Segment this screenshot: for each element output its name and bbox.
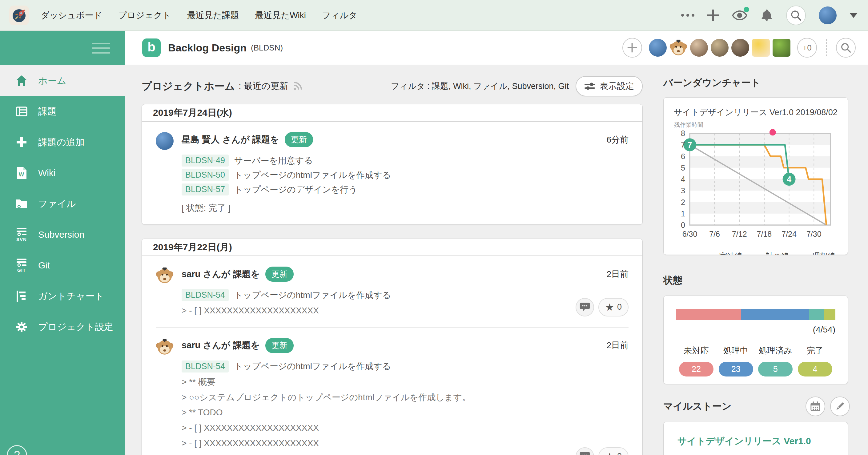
status-count-pill[interactable]: 23 xyxy=(719,362,753,376)
member-avatar[interactable] xyxy=(711,39,728,57)
milestone-edit-button[interactable] xyxy=(830,396,850,416)
backlog-rocket-logo[interactable] xyxy=(9,5,29,25)
sidebar-item-home[interactable]: ホーム xyxy=(0,65,125,96)
status-legend-item: 完了4 xyxy=(798,345,832,376)
issue-key-link[interactable]: BLDSN-50 xyxy=(182,169,229,181)
issue-title: トップページのデザインを行う xyxy=(234,184,358,195)
entry-timestamp: 2日前 xyxy=(607,268,628,280)
legend-label: 実績線 xyxy=(719,251,742,255)
top-bar-actions xyxy=(681,5,868,25)
search-icon xyxy=(840,42,851,53)
quote-line: > ○○システムプロジェクトのトップページのhtmlファイルを作成します。 xyxy=(182,392,628,403)
burndown-chart-card[interactable]: サイトデザインリリース Ver1.0 2019/08/02 残作業時間 746/… xyxy=(663,97,848,255)
plus-icon xyxy=(628,43,637,52)
pen-icon xyxy=(835,401,845,412)
more-menu-icon[interactable] xyxy=(681,14,694,17)
add-member-button[interactable] xyxy=(622,38,642,58)
global-search-button[interactable] xyxy=(786,5,806,25)
avatar[interactable] xyxy=(156,338,174,356)
entry-actions: ★ 0 xyxy=(576,447,628,455)
nav-projects[interactable]: プロジェクト xyxy=(118,9,171,21)
entry-user-action[interactable]: 星島 賢人 さんが 課題を xyxy=(182,133,279,146)
chart-title: サイトデザインリリース Ver1.0 2019/08/02 xyxy=(663,107,848,118)
member-avatar[interactable] xyxy=(773,39,790,57)
status-count-pill[interactable]: 4 xyxy=(798,362,832,376)
svg-text:5: 5 xyxy=(681,163,685,172)
nav-recent-issues[interactable]: 最近見た課題 xyxy=(187,9,239,21)
project-key: (BLDSN) xyxy=(251,43,283,53)
wiki-document-icon: W xyxy=(15,167,28,179)
issue-key-link[interactable]: BLDSN-54 xyxy=(182,361,229,372)
help-button[interactable]: ? xyxy=(7,445,27,455)
sidebar-item-gantt[interactable]: ガントチャート xyxy=(0,281,125,311)
star-button[interactable]: ★ 0 xyxy=(598,447,628,455)
sidebar-item-issues[interactable]: 課題 xyxy=(0,96,125,127)
add-icon xyxy=(15,136,28,148)
hamburger-menu-icon[interactable] xyxy=(92,43,110,54)
sidebar-item-add-issue[interactable]: 課題の追加 xyxy=(0,127,125,158)
page-subtitle: : 最近の更新 xyxy=(239,80,288,92)
svg-text:7: 7 xyxy=(681,141,685,149)
global-add-icon[interactable] xyxy=(707,9,719,21)
svg-text:1: 1 xyxy=(681,209,685,218)
legend-item: 計画線 xyxy=(750,251,789,255)
display-settings-button[interactable]: 表示設定 xyxy=(576,76,643,96)
member-avatar[interactable] xyxy=(752,39,770,57)
sidebar-item-files[interactable]: ファイル xyxy=(0,188,125,219)
member-overflow-button[interactable]: +0 xyxy=(797,38,817,58)
comment-bubble-icon xyxy=(579,302,590,312)
comment-button[interactable] xyxy=(576,447,594,455)
user-menu-caret-icon[interactable] xyxy=(849,13,858,18)
feed-date-header: 2019年7月22日(月) xyxy=(142,239,642,256)
member-avatar[interactable] xyxy=(649,39,667,57)
current-user-avatar[interactable] xyxy=(819,6,837,24)
member-avatar[interactable] xyxy=(731,39,749,57)
milestone-name-link[interactable]: サイトデザインリリース Ver1.0 xyxy=(678,435,834,448)
avatar[interactable] xyxy=(156,267,174,284)
entry-user-action[interactable]: saru さんが 課題を xyxy=(182,339,260,352)
status-legend-item: 未対応22 xyxy=(679,345,713,376)
active-filter-text: フィルタ : 課題, Wiki, ファイル, Subversion, Git xyxy=(391,81,569,92)
svg-text:4: 4 xyxy=(787,175,792,184)
project-title[interactable]: Backlog Design xyxy=(168,42,247,54)
avatar[interactable] xyxy=(156,132,174,150)
entry-user-action[interactable]: saru さんが 課題を xyxy=(182,268,260,280)
svg-text:W: W xyxy=(19,172,24,178)
comment-button[interactable] xyxy=(576,298,594,316)
watch-notification-dot xyxy=(744,7,749,12)
rss-icon[interactable] xyxy=(293,81,303,91)
bell-icon[interactable] xyxy=(760,9,773,22)
bar-segment xyxy=(809,309,824,320)
feed-entry: saru さんが 課題を 更新 2日前 BLDSN-54 トップページのhtml… xyxy=(156,327,628,455)
project-logo[interactable]: b xyxy=(142,38,161,57)
star-icon: ★ xyxy=(605,452,614,455)
issue-key-link[interactable]: BLDSN-54 xyxy=(182,289,229,301)
nav-recent-wiki[interactable]: 最近見たWiki xyxy=(255,9,306,21)
nav-dashboard[interactable]: ダッシュボード xyxy=(41,9,102,21)
entry-timestamp: 6分前 xyxy=(607,134,628,146)
project-header: b Backlog Design (BLDSN) +0 xyxy=(125,31,868,65)
project-search-button[interactable] xyxy=(836,38,856,58)
status-count-pill[interactable]: 22 xyxy=(679,362,713,376)
status-count-pill[interactable]: 5 xyxy=(758,362,793,376)
sidebar-item-label: プロジェクト設定 xyxy=(38,321,113,333)
member-avatar[interactable] xyxy=(670,39,687,57)
svg-text:7: 7 xyxy=(687,141,692,150)
update-badge: 更新 xyxy=(265,338,293,353)
watch-icon[interactable] xyxy=(732,9,747,22)
nav-filter[interactable]: フィルタ xyxy=(322,9,358,21)
svg-text:8: 8 xyxy=(681,129,685,138)
sidebar-item-label: ホーム xyxy=(38,74,66,87)
sidebar-item-subversion[interactable]: SVN Subversion xyxy=(0,219,125,250)
status-change-note: [ 状態: 完了 ] xyxy=(182,202,628,214)
member-avatar[interactable] xyxy=(690,39,708,57)
star-button[interactable]: ★ 0 xyxy=(598,298,628,316)
sidebar-item-project-settings[interactable]: プロジェクト設定 xyxy=(0,311,125,342)
issue-key-link[interactable]: BLDSN-49 xyxy=(182,155,229,166)
sidebar-item-git[interactable]: GIT Git xyxy=(0,250,125,281)
sidebar-item-wiki[interactable]: W Wiki xyxy=(0,158,125,188)
sidebar-item-label: 課題の追加 xyxy=(38,136,85,149)
milestone-calendar-button[interactable] xyxy=(806,396,825,416)
content-header: プロジェクトホーム : 最近の更新 フィルタ : 課題, Wiki, ファイル,… xyxy=(142,76,643,97)
issue-key-link[interactable]: BLDSN-57 xyxy=(182,183,229,195)
